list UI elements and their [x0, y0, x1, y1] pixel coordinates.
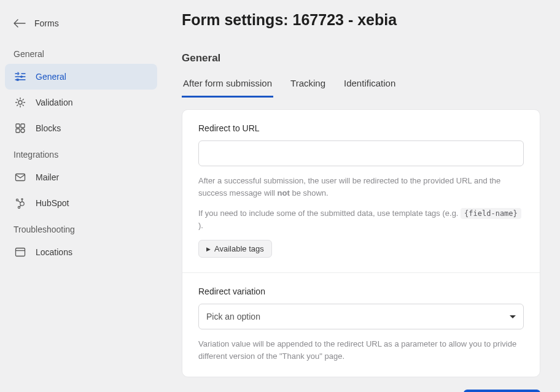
- svg-point-11: [21, 199, 23, 200]
- triangle-right-icon: ▶: [206, 246, 211, 252]
- main-content: Form settings: 167723 - xebia General Af…: [162, 0, 560, 392]
- tabs: After form submission Tracking Identific…: [182, 75, 540, 98]
- hubspot-icon: [14, 196, 27, 210]
- redirect-url-block: Redirect to URL After a successful submi…: [182, 110, 540, 272]
- sidebar: Forms General General Validation: [0, 0, 162, 392]
- code-example: {field-name}: [461, 208, 521, 219]
- tab-after-submission[interactable]: After form submission: [182, 75, 273, 98]
- redirect-url-input[interactable]: [198, 140, 524, 166]
- blocks-icon: [14, 121, 27, 135]
- sidebar-section-header: Troubleshooting: [5, 216, 157, 239]
- sidebar-item-label: Locations: [36, 247, 72, 257]
- sidebar-item-label: Validation: [36, 98, 72, 107]
- tab-identification[interactable]: Identification: [343, 75, 397, 98]
- svg-rect-5: [16, 129, 20, 133]
- redirect-variation-help: Variation value will be appended to the …: [198, 338, 524, 362]
- gear-icon: [14, 96, 27, 109]
- sidebar-item-label: General: [36, 72, 66, 82]
- available-tags-toggle[interactable]: ▶ Available tags: [198, 240, 272, 258]
- svg-point-2: [18, 101, 22, 104]
- svg-point-6: [21, 129, 25, 133]
- tab-tracking[interactable]: Tracking: [289, 75, 327, 98]
- help-strong: not: [278, 188, 290, 198]
- sidebar-section-header: Integrations: [5, 141, 157, 164]
- select-placeholder: Pick an option: [206, 312, 260, 321]
- redirect-url-help: After a successful submission, the user …: [198, 175, 524, 199]
- redirect-url-template-hint: If you need to include some of the submi…: [198, 207, 524, 231]
- arrow-left-icon: [14, 19, 26, 28]
- sidebar-item-validation[interactable]: Validation: [5, 90, 157, 115]
- svg-rect-12: [16, 248, 25, 256]
- sliders-icon: [14, 70, 27, 83]
- save-button[interactable]: Save changes: [464, 390, 540, 392]
- chevron-down-icon: [510, 315, 516, 318]
- help-text: If you need to include some of the submi…: [198, 209, 461, 218]
- svg-rect-4: [21, 124, 25, 128]
- redirect-url-label: Redirect to URL: [198, 123, 524, 133]
- redirect-variation-label: Redirect variation: [198, 286, 524, 296]
- sidebar-item-label: Mailer: [36, 172, 59, 182]
- sidebar-item-label: Blocks: [36, 123, 61, 133]
- sidebar-section-header: General: [5, 40, 157, 64]
- help-text: After a successful submission, the user …: [198, 176, 500, 198]
- back-to-forms[interactable]: Forms: [5, 12, 157, 40]
- envelope-icon: [14, 171, 27, 184]
- settings-card: Redirect to URL After a successful submi…: [182, 109, 540, 377]
- sidebar-item-locations[interactable]: Locations: [5, 239, 157, 265]
- footer-actions: Save changes: [182, 390, 540, 392]
- sidebar-item-mailer[interactable]: Mailer: [5, 164, 157, 190]
- help-text: ).: [198, 221, 203, 230]
- sidebar-item-blocks[interactable]: Blocks: [5, 115, 157, 141]
- page-title: Form settings: 167723 - xebia: [182, 11, 540, 29]
- sidebar-item-hubspot[interactable]: HubSpot: [5, 190, 157, 216]
- sidebar-item-general[interactable]: General: [5, 64, 157, 90]
- sidebar-item-label: HubSpot: [36, 198, 69, 208]
- back-label: Forms: [34, 18, 59, 28]
- redirect-variation-block: Redirect variation Pick an option Variat…: [182, 273, 540, 377]
- available-tags-label: Available tags: [214, 244, 264, 253]
- svg-rect-3: [16, 124, 20, 128]
- svg-rect-7: [16, 174, 25, 181]
- help-text: be shown.: [290, 188, 329, 198]
- redirect-variation-select[interactable]: Pick an option: [198, 304, 524, 329]
- section-title: General: [182, 52, 540, 64]
- window-icon: [14, 245, 27, 259]
